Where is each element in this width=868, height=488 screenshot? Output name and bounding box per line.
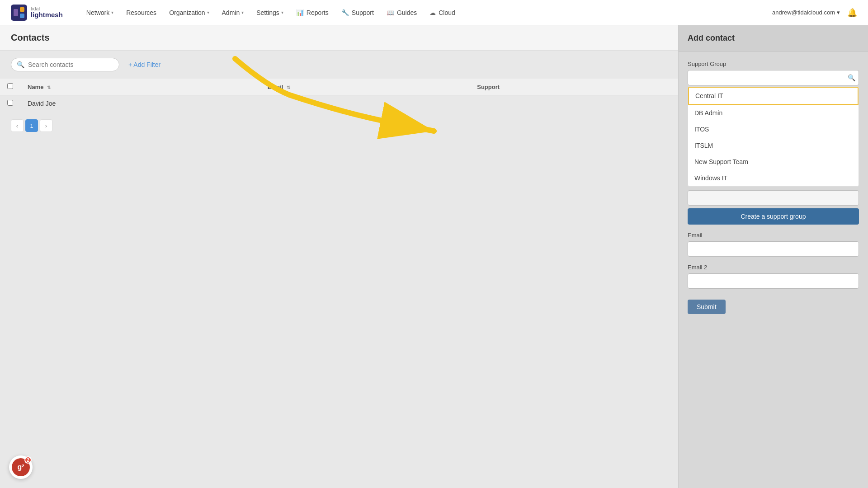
chevron-down-icon: ▾	[837, 9, 840, 16]
logo-lightmesh: lightmesh	[31, 11, 63, 19]
sort-icon: ⇅	[47, 85, 51, 90]
contact-support	[470, 95, 678, 112]
right-panel-body: Support Group 🔍 Central IT DB Admin ITOS…	[679, 52, 868, 323]
add-filter-button[interactable]: + Add Filter	[125, 58, 164, 71]
sort-icon: ⇅	[287, 85, 290, 90]
prev-page-button[interactable]: ‹	[11, 119, 24, 132]
chevron-down-icon: ▾	[111, 10, 113, 15]
nav-cloud[interactable]: ☁ Cloud	[424, 5, 461, 20]
table-row: David Joe	[0, 95, 678, 112]
col-support: Support	[470, 79, 678, 95]
create-support-group-button[interactable]: Create a support group	[688, 208, 859, 225]
dropdown-item-new-support-team[interactable]: New Support Team	[688, 154, 859, 170]
right-panel: Add contact Support Group 🔍 Central IT D…	[678, 25, 868, 488]
col-name: Name ⇅	[20, 79, 260, 95]
dropdown-item-itos[interactable]: ITOS	[688, 121, 859, 137]
logo-icon	[11, 5, 27, 21]
notification-bell-icon[interactable]: 🔔	[847, 8, 857, 18]
page-title: Contacts	[11, 33, 50, 42]
svg-rect-0	[11, 5, 27, 21]
col-email: Email ⇅	[260, 79, 470, 95]
nav-support[interactable]: 🔧 Support	[336, 5, 379, 20]
email2-field: Email 2	[688, 264, 859, 289]
nav-admin[interactable]: Admin ▾	[217, 5, 250, 20]
next-page-button[interactable]: ›	[40, 119, 52, 132]
chevron-down-icon: ▾	[281, 10, 283, 15]
nav-user[interactable]: andrew@tidalcloud.com ▾	[772, 9, 840, 16]
nav-organization[interactable]: Organization ▾	[164, 5, 214, 20]
chevron-down-icon: ▾	[241, 10, 244, 15]
dropdown-item-central-it[interactable]: Central IT	[688, 87, 859, 105]
email2-label: Email 2	[688, 264, 859, 271]
nav-resources[interactable]: Resources	[121, 5, 162, 20]
page-header: Contacts	[0, 25, 678, 51]
dropdown-item-windows-it[interactable]: Windows IT	[688, 170, 859, 186]
dropdown-item-itslm[interactable]: ITSLM	[688, 137, 859, 154]
search-icon: 🔍	[17, 61, 24, 68]
nav-network[interactable]: Network ▾	[81, 5, 119, 20]
logo[interactable]: tidal lightmesh	[11, 5, 63, 21]
svg-rect-1	[14, 9, 18, 16]
navbar: tidal lightmesh Network ▾ Resources Orga…	[0, 0, 868, 25]
create-support-group-input[interactable]	[688, 190, 859, 206]
support-group-input[interactable]	[688, 70, 859, 85]
email-input[interactable]	[688, 241, 859, 257]
email-label: Email	[688, 232, 859, 239]
nav-reports[interactable]: 📊 Reports	[291, 5, 334, 20]
g2-badge[interactable]: g² 2	[9, 455, 33, 479]
contact-name: David Joe	[20, 95, 260, 112]
g2-badge-inner: g² 2	[12, 458, 30, 476]
nav-right: andrew@tidalcloud.com ▾ 🔔	[772, 8, 857, 18]
support-group-field: Support Group 🔍 Central IT DB Admin ITOS…	[688, 61, 859, 225]
contact-email	[260, 95, 470, 112]
toolbar: 🔍 + Add Filter	[0, 51, 678, 79]
submit-button[interactable]: Submit	[688, 300, 726, 314]
select-all-checkbox-cell	[0, 79, 20, 95]
left-panel: Contacts 🔍 + Add Filter Name ⇅	[0, 25, 678, 488]
support-group-input-wrapper: 🔍	[688, 70, 859, 85]
pagination: ‹ 1 ›	[0, 112, 678, 139]
nav-items: Network ▾ Resources Organization ▾ Admin…	[81, 5, 772, 20]
search-box[interactable]: 🔍	[11, 58, 119, 71]
email-field: Email	[688, 232, 859, 257]
table-header-row: Name ⇅ Email ⇅ Support	[0, 79, 678, 95]
svg-rect-3	[20, 14, 24, 18]
nav-guides[interactable]: 📖 Guides	[381, 5, 422, 20]
g2-badge-count: 2	[24, 456, 32, 464]
support-group-label: Support Group	[688, 61, 859, 67]
support-group-dropdown: Central IT DB Admin ITOS ITSLM New Suppo…	[688, 86, 859, 187]
contacts-table: Name ⇅ Email ⇅ Support	[0, 79, 678, 112]
nav-settings[interactable]: Settings ▾	[251, 5, 289, 20]
dropdown-item-db-admin[interactable]: DB Admin	[688, 105, 859, 121]
email2-input[interactable]	[688, 273, 859, 289]
chevron-down-icon: ▾	[207, 10, 209, 15]
main-layout: Contacts 🔍 + Add Filter Name ⇅	[0, 25, 868, 488]
page-1-button[interactable]: 1	[25, 119, 38, 132]
add-contact-title: Add contact	[688, 33, 735, 42]
search-suffix-icon: 🔍	[848, 74, 855, 81]
right-panel-header: Add contact	[679, 25, 868, 52]
search-input[interactable]	[28, 61, 113, 68]
row-checkbox[interactable]	[7, 100, 13, 106]
svg-rect-2	[20, 7, 24, 12]
select-all-checkbox[interactable]	[7, 83, 13, 89]
